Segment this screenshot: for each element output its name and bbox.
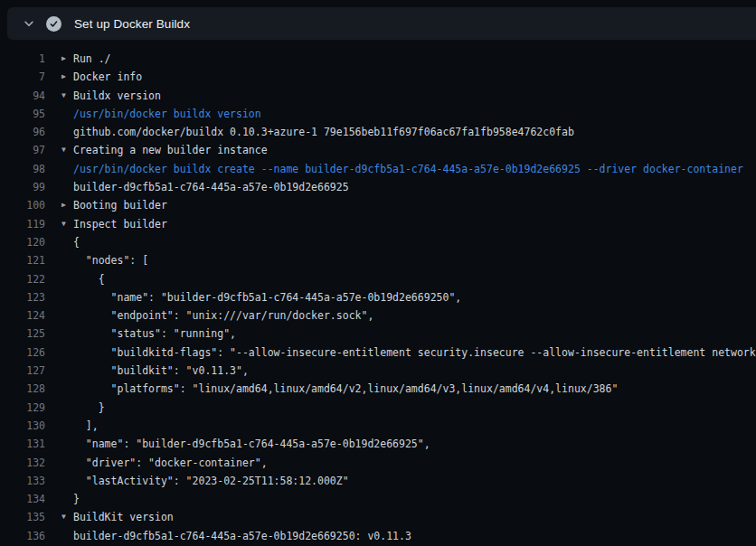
line-number[interactable]: 95 xyxy=(0,105,45,123)
log-line: 129 } xyxy=(0,399,756,417)
group-title: BuildKit version xyxy=(73,511,174,523)
output-text: github.com/docker/buildx 0.10.3+azure-1 … xyxy=(73,126,574,138)
output-text: "driver": "docker-container", xyxy=(73,457,268,469)
log-group-row[interactable]: 135▼BuildKit version xyxy=(0,508,756,526)
step-title: Set up Docker Buildx xyxy=(74,17,190,31)
triangle-expanded-icon[interactable]: ▼ xyxy=(61,508,73,526)
log-group-row[interactable]: 1▶Run ./ xyxy=(0,50,756,68)
line-number[interactable]: 1 xyxy=(0,50,45,68)
command-text: /usr/bin/docker buildx version xyxy=(73,108,261,120)
log-line: 136builder-d9cfb5a1-c764-445a-a57e-0b19d… xyxy=(0,527,756,545)
line-number[interactable]: 97 xyxy=(0,141,45,159)
log-line: 125 "status": "running", xyxy=(0,325,756,343)
log-line: 132 "driver": "docker-container", xyxy=(0,454,756,472)
line-number[interactable]: 123 xyxy=(0,288,45,306)
triangle-collapsed-icon[interactable]: ▶ xyxy=(61,50,73,68)
command-text: /usr/bin/docker buildx create --name bui… xyxy=(73,163,743,175)
line-number[interactable]: 100 xyxy=(0,196,45,214)
log-line: 121 "nodes": [ xyxy=(0,251,756,269)
output-text: "nodes": [ xyxy=(73,254,148,267)
log-line: 123 "name": "builder-d9cfb5a1-c764-445a-… xyxy=(0,288,756,306)
line-number[interactable]: 124 xyxy=(0,306,45,325)
triangle-expanded-icon[interactable]: ▼ xyxy=(61,87,73,105)
group-title: Booting builder xyxy=(73,199,167,212)
log-group-row[interactable]: 7▶Docker info xyxy=(0,68,756,86)
log-line: 134} xyxy=(0,490,756,508)
line-number[interactable]: 125 xyxy=(0,325,45,343)
output-text: { xyxy=(73,273,105,286)
triangle-expanded-icon[interactable]: ▼ xyxy=(61,141,73,159)
line-number[interactable]: 121 xyxy=(0,251,45,269)
log-line: 131 "name": "builder-d9cfb5a1-c764-445a-… xyxy=(0,435,756,453)
output-text: "platforms": "linux/amd64,linux/amd64/v2… xyxy=(73,382,618,395)
log-group-row[interactable]: 97▼Creating a new builder instance xyxy=(0,141,756,159)
log-group-row[interactable]: 119▼Inspect builder xyxy=(0,215,756,233)
log-line: 124 "endpoint": "unix:///var/run/docker.… xyxy=(0,306,756,325)
output-text: builder-d9cfb5a1-c764-445a-a57e-0b19d2e6… xyxy=(73,181,349,193)
log-lines: 1▶Run ./7▶Docker info94▼Buildx version95… xyxy=(0,50,756,545)
log-line: 133 "lastActivity": "2023-02-25T11:58:12… xyxy=(0,472,756,490)
log-line: 126 "buildkitd-flags": "--allow-insecure… xyxy=(0,344,756,362)
log-line: 120{ xyxy=(0,233,756,251)
log-output[interactable]: 1▶Run ./7▶Docker info94▼Buildx version95… xyxy=(0,40,756,546)
line-number[interactable]: 129 xyxy=(0,399,45,417)
chevron-down-icon[interactable] xyxy=(16,17,42,30)
line-number[interactable]: 127 xyxy=(0,362,45,380)
log-group-row[interactable]: 94▼Buildx version xyxy=(0,87,756,105)
log-line: 130 ], xyxy=(0,417,756,435)
log-line: 95/usr/bin/docker buildx version xyxy=(0,105,756,123)
line-number[interactable]: 136 xyxy=(0,527,45,545)
step-success-check-icon xyxy=(46,16,61,32)
group-title: Creating a new builder instance xyxy=(73,144,268,156)
line-number[interactable]: 7 xyxy=(0,68,45,86)
triangle-collapsed-icon[interactable]: ▶ xyxy=(61,68,73,86)
line-number[interactable]: 99 xyxy=(0,178,45,196)
output-text: ], xyxy=(73,419,99,432)
log-line: 128 "platforms": "linux/amd64,linux/amd6… xyxy=(0,380,756,398)
output-text: } xyxy=(73,493,80,505)
group-title: Docker info xyxy=(73,71,142,83)
line-number[interactable]: 98 xyxy=(0,160,45,178)
group-title: Inspect builder xyxy=(73,218,167,231)
triangle-collapsed-icon[interactable]: ▶ xyxy=(61,196,73,214)
line-number[interactable]: 94 xyxy=(0,87,45,105)
log-line: 127 "buildkit": "v0.11.3", xyxy=(0,362,756,380)
output-text: "buildkitd-flags": "--allow-insecure-ent… xyxy=(73,346,756,359)
line-number[interactable]: 96 xyxy=(0,123,45,141)
group-title: Buildx version xyxy=(73,89,161,102)
log-line: 98/usr/bin/docker buildx create --name b… xyxy=(0,160,756,178)
output-text: "status": "running", xyxy=(73,327,236,340)
line-number[interactable]: 131 xyxy=(0,435,45,453)
line-number[interactable]: 132 xyxy=(0,454,45,472)
triangle-expanded-icon[interactable]: ▼ xyxy=(61,215,73,233)
log-line: 122 { xyxy=(0,270,756,288)
line-number[interactable]: 120 xyxy=(0,233,45,251)
output-text: builder-d9cfb5a1-c764-445a-a57e-0b19d2e6… xyxy=(73,530,411,542)
line-number[interactable]: 134 xyxy=(0,490,45,508)
log-group-row[interactable]: 100▶Booting builder xyxy=(0,196,756,214)
line-number[interactable]: 122 xyxy=(0,270,45,288)
output-text: "lastActivity": "2023-02-25T11:58:12.000… xyxy=(73,475,349,487)
line-number[interactable]: 119 xyxy=(0,215,45,233)
output-text: "buildkit": "v0.11.3", xyxy=(73,364,249,377)
line-number[interactable]: 135 xyxy=(0,508,45,526)
line-number[interactable]: 128 xyxy=(0,380,45,398)
output-text: "name": "builder-d9cfb5a1-c764-445a-a57e… xyxy=(73,291,461,304)
log-line: 96github.com/docker/buildx 0.10.3+azure-… xyxy=(0,123,756,141)
group-title: Run ./ xyxy=(73,52,111,65)
output-text: "name": "builder-d9cfb5a1-c764-445a-a57e… xyxy=(73,438,430,450)
output-text: { xyxy=(73,236,80,249)
line-number[interactable]: 130 xyxy=(0,417,45,435)
log-line: 99builder-d9cfb5a1-c764-445a-a57e-0b19d2… xyxy=(0,178,756,196)
line-number[interactable]: 126 xyxy=(0,344,45,362)
output-text: } xyxy=(73,401,105,414)
line-number[interactable]: 133 xyxy=(0,472,45,490)
step-header[interactable]: Set up Docker Buildx xyxy=(7,7,756,40)
output-text: "endpoint": "unix:///var/run/docker.sock… xyxy=(73,309,373,322)
